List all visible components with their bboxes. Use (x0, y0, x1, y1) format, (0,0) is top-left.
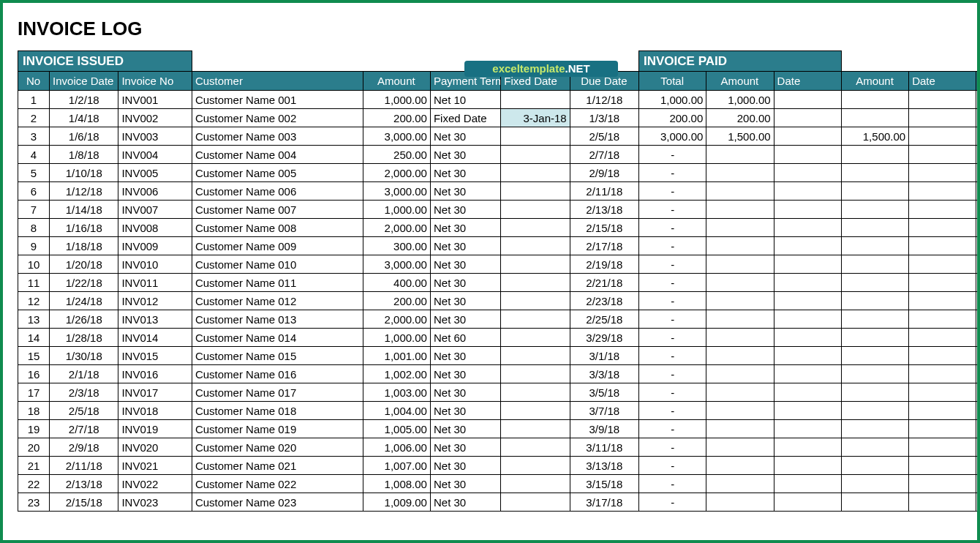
cell-date1[interactable] (774, 127, 841, 146)
cell-payterm[interactable]: Net 30 (430, 347, 500, 365)
cell-no[interactable]: 21 (18, 457, 50, 475)
cell-fixdate[interactable] (501, 493, 570, 512)
cell-no[interactable]: 16 (18, 365, 50, 383)
cell-amount3[interactable] (976, 146, 980, 164)
cell-date2[interactable] (909, 347, 976, 365)
cell-amount3[interactable] (976, 402, 980, 420)
cell-payterm[interactable]: Net 30 (430, 438, 500, 457)
table-row[interactable]: 81/16/18INV008Customer Name 0082,000.00N… (18, 219, 981, 237)
cell-amount1[interactable] (706, 310, 774, 329)
cell-total[interactable]: - (639, 383, 706, 402)
cell-amount2[interactable] (841, 274, 908, 292)
cell-amount1[interactable] (706, 255, 774, 274)
cell-fixdate[interactable] (501, 274, 570, 292)
cell-invno[interactable]: INV008 (118, 219, 192, 237)
cell-total[interactable]: - (639, 274, 706, 292)
col-no[interactable]: No (18, 72, 50, 91)
cell-payterm[interactable]: Net 30 (430, 237, 500, 255)
cell-customer[interactable]: Customer Name 022 (192, 475, 363, 493)
col-invoice-no[interactable]: Invoice No (118, 72, 192, 91)
cell-fixdate[interactable] (501, 91, 570, 109)
cell-payterm[interactable]: Net 60 (430, 329, 500, 347)
cell-duedate[interactable]: 2/17/18 (570, 237, 638, 255)
cell-invdate[interactable]: 1/28/18 (50, 329, 118, 347)
cell-invdate[interactable]: 1/26/18 (50, 310, 118, 329)
cell-invno[interactable]: INV022 (118, 475, 192, 493)
cell-invno[interactable]: INV010 (118, 255, 192, 274)
cell-total[interactable]: - (639, 255, 706, 274)
cell-duedate[interactable]: 3/9/18 (570, 420, 638, 438)
cell-amount3[interactable] (976, 438, 980, 457)
cell-total[interactable]: - (639, 182, 706, 201)
cell-amount3[interactable] (976, 127, 980, 146)
cell-no[interactable]: 13 (18, 310, 50, 329)
cell-duedate[interactable]: 1/3/18 (570, 109, 638, 127)
cell-invdate[interactable]: 2/11/18 (50, 457, 118, 475)
cell-customer[interactable]: Customer Name 014 (192, 329, 363, 347)
cell-duedate[interactable]: 3/5/18 (570, 383, 638, 402)
cell-invno[interactable]: INV006 (118, 182, 192, 201)
cell-no[interactable]: 6 (18, 182, 50, 201)
cell-total[interactable]: - (639, 201, 706, 219)
cell-duedate[interactable]: 2/21/18 (570, 274, 638, 292)
cell-invno[interactable]: INV001 (118, 91, 192, 109)
cell-duedate[interactable]: 2/23/18 (570, 292, 638, 310)
cell-amount1[interactable] (706, 475, 774, 493)
cell-no[interactable]: 17 (18, 383, 50, 402)
cell-date2[interactable] (909, 182, 976, 201)
col-invoice-date[interactable]: Invoice Date (50, 72, 118, 91)
cell-date1[interactable] (774, 365, 841, 383)
cell-customer[interactable]: Customer Name 015 (192, 347, 363, 365)
cell-no[interactable]: 7 (18, 201, 50, 219)
cell-invno[interactable]: INV019 (118, 420, 192, 438)
cell-total[interactable]: - (639, 420, 706, 438)
cell-amount[interactable]: 1,000.00 (363, 91, 430, 109)
cell-total[interactable]: - (639, 237, 706, 255)
cell-duedate[interactable]: 1/12/18 (570, 91, 638, 109)
cell-amount2[interactable] (841, 438, 908, 457)
cell-amount2[interactable] (841, 255, 908, 274)
cell-no[interactable]: 22 (18, 475, 50, 493)
cell-payterm[interactable]: Net 30 (430, 365, 500, 383)
cell-no[interactable]: 14 (18, 329, 50, 347)
cell-date1[interactable] (774, 219, 841, 237)
cell-date1[interactable] (774, 164, 841, 182)
cell-amount3[interactable] (976, 475, 980, 493)
invoice-table[interactable]: INVOICE ISSUED INVOICE PAID No Invoice D… (18, 50, 980, 512)
table-row[interactable]: 121/24/18INV012Customer Name 012200.00Ne… (18, 292, 981, 310)
cell-duedate[interactable]: 2/9/18 (570, 164, 638, 182)
cell-date2[interactable] (909, 201, 976, 219)
cell-fixdate[interactable] (501, 255, 570, 274)
cell-date1[interactable] (774, 255, 841, 274)
cell-duedate[interactable]: 3/7/18 (570, 402, 638, 420)
cell-fixdate[interactable] (501, 347, 570, 365)
cell-no[interactable]: 9 (18, 237, 50, 255)
cell-amount2[interactable] (841, 329, 908, 347)
cell-invdate[interactable]: 1/30/18 (50, 347, 118, 365)
table-row[interactable]: 71/14/18INV007Customer Name 0071,000.00N… (18, 201, 981, 219)
cell-invdate[interactable]: 2/15/18 (50, 493, 118, 512)
cell-invno[interactable]: INV013 (118, 310, 192, 329)
cell-payterm[interactable]: Net 30 (430, 201, 500, 219)
cell-total[interactable]: - (639, 329, 706, 347)
cell-payterm[interactable]: Net 30 (430, 292, 500, 310)
cell-amount1[interactable] (706, 493, 774, 512)
cell-date2[interactable] (909, 127, 976, 146)
cell-invno[interactable]: INV012 (118, 292, 192, 310)
cell-date2[interactable] (909, 420, 976, 438)
cell-customer[interactable]: Customer Name 018 (192, 402, 363, 420)
cell-date2[interactable] (909, 164, 976, 182)
cell-payterm[interactable]: Net 30 (430, 383, 500, 402)
cell-invno[interactable]: INV018 (118, 402, 192, 420)
table-row[interactable]: 101/20/18INV010Customer Name 0103,000.00… (18, 255, 981, 274)
cell-duedate[interactable]: 3/15/18 (570, 475, 638, 493)
cell-amount3[interactable] (976, 182, 980, 201)
cell-fixdate[interactable] (501, 237, 570, 255)
cell-invno[interactable]: INV021 (118, 457, 192, 475)
cell-customer[interactable]: Customer Name 016 (192, 365, 363, 383)
cell-no[interactable]: 19 (18, 420, 50, 438)
cell-date1[interactable] (774, 237, 841, 255)
cell-amount3[interactable] (976, 109, 980, 127)
cell-invdate[interactable]: 1/22/18 (50, 274, 118, 292)
table-row[interactable]: 51/10/18INV005Customer Name 0052,000.00N… (18, 164, 981, 182)
